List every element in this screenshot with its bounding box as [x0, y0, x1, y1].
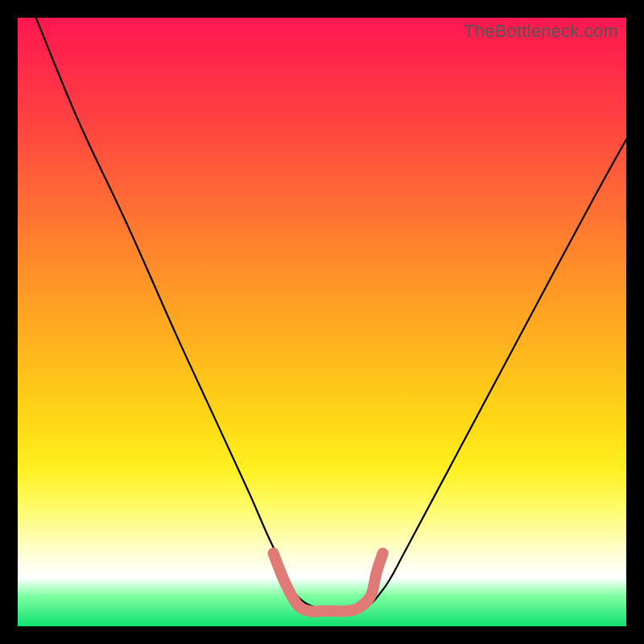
chart-frame: TheBottleneck.com	[0, 0, 644, 644]
plot-area: TheBottleneck.com	[18, 18, 626, 626]
optimal-zone-marker	[274, 553, 383, 611]
bottleneck-curve	[36, 18, 626, 610]
chart-svg	[18, 18, 626, 626]
